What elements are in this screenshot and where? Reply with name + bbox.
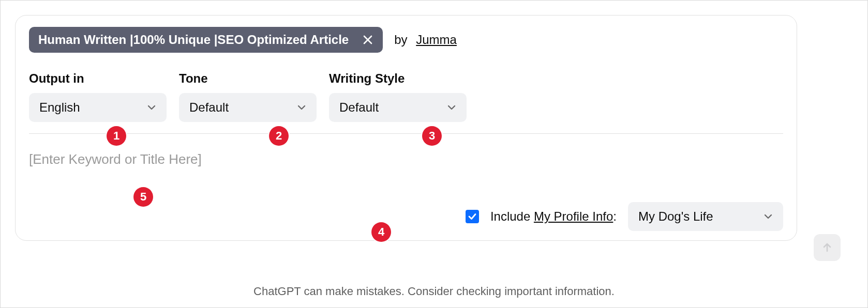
- include-label-prefix: Include: [490, 209, 534, 223]
- profile-value: My Dog's Life: [638, 209, 713, 224]
- output-in-label: Output in: [29, 71, 167, 86]
- keyword-input[interactable]: [29, 151, 783, 167]
- writing-style-select[interactable]: Default: [329, 93, 467, 122]
- output-in-select[interactable]: English: [29, 93, 167, 122]
- include-checkbox[interactable]: [466, 210, 479, 223]
- writing-style-label: Writing Style: [329, 71, 467, 86]
- disclaimer-text: ChatGPT can make mistakes. Consider chec…: [1, 285, 867, 298]
- chevron-down-icon: [147, 103, 156, 112]
- chevron-down-icon: [297, 103, 306, 112]
- prompt-panel: Human Written |100% Unique |SEO Optimize…: [15, 15, 797, 241]
- close-icon[interactable]: [362, 34, 373, 45]
- writing-style-value: Default: [339, 100, 379, 115]
- author-byline: by Jumma: [394, 33, 457, 47]
- output-in-group: Output in English: [29, 71, 167, 122]
- by-label: by: [394, 33, 407, 47]
- header-row: Human Written |100% Unique |SEO Optimize…: [29, 27, 783, 53]
- tone-value: Default: [189, 100, 229, 115]
- tone-label: Tone: [179, 71, 317, 86]
- tone-group: Tone Default: [179, 71, 317, 122]
- profile-info-link[interactable]: My Profile Info: [534, 209, 613, 223]
- author-link[interactable]: Jumma: [416, 33, 457, 47]
- tone-select[interactable]: Default: [179, 93, 317, 122]
- prompt-title: Human Written |100% Unique |SEO Optimize…: [38, 33, 349, 47]
- writing-style-group: Writing Style Default: [329, 71, 467, 122]
- footer-row: Include My Profile Info: My Dog's Life: [29, 202, 783, 231]
- chevron-down-icon: [764, 212, 773, 221]
- options-row: Output in English Tone Default Writing S…: [29, 71, 783, 134]
- include-label: Include My Profile Info:: [490, 209, 617, 224]
- chevron-down-icon: [447, 103, 456, 112]
- output-in-value: English: [39, 100, 80, 115]
- include-label-suffix: :: [613, 209, 617, 223]
- profile-select[interactable]: My Dog's Life: [628, 202, 783, 231]
- send-button[interactable]: [814, 234, 841, 261]
- prompt-chip: Human Written |100% Unique |SEO Optimize…: [29, 27, 383, 53]
- keyword-area: [29, 151, 783, 188]
